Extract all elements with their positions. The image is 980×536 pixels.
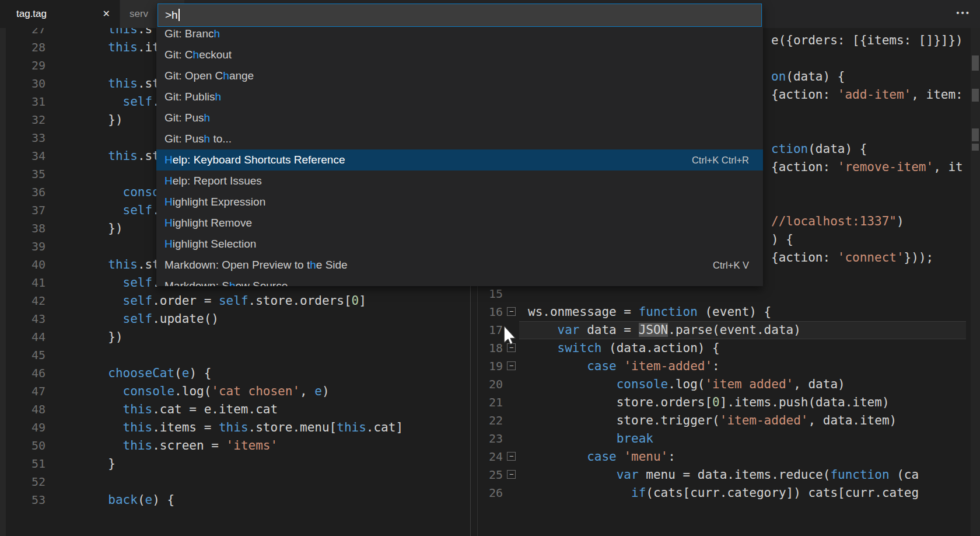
palette-item[interactable]: Git: Publish bbox=[156, 86, 763, 107]
code-token: 'remove-item' bbox=[838, 160, 933, 174]
match-highlight: H bbox=[164, 175, 173, 187]
fold-icon[interactable]: − bbox=[507, 361, 516, 370]
tab-tag-tag[interactable]: tag.tag ✕ bbox=[0, 0, 120, 28]
code-line: self. bbox=[93, 274, 160, 292]
code-token: this bbox=[123, 402, 153, 416]
palette-item[interactable]: Markdown: Show Source bbox=[156, 276, 763, 286]
code-token: , bbox=[300, 384, 314, 398]
tab-label: serv bbox=[130, 8, 148, 19]
code-token: break bbox=[617, 431, 653, 445]
code-token: this bbox=[108, 76, 138, 91]
indent bbox=[93, 330, 108, 344]
palette-item-label: Highlight Remove bbox=[164, 217, 252, 229]
code-token: } bbox=[108, 457, 116, 471]
match-highlight: h bbox=[214, 27, 220, 40]
code-line: store.orders[0].items.push(data.item) bbox=[528, 394, 890, 412]
line-number: 28 bbox=[0, 39, 46, 57]
code-token: .cat] bbox=[366, 420, 403, 434]
palette-item-label: Git: Open Change bbox=[164, 69, 254, 82]
match-highlight: h bbox=[204, 112, 211, 124]
match-highlight: h bbox=[229, 280, 236, 286]
code-token: , data) bbox=[793, 377, 845, 391]
code-line: console.log('item added', data) bbox=[528, 375, 845, 394]
indent bbox=[93, 294, 123, 308]
code-token: : bbox=[712, 359, 720, 373]
more-actions-button[interactable]: ••• bbox=[953, 0, 974, 28]
indent bbox=[528, 341, 558, 355]
indent bbox=[93, 257, 108, 272]
code-token: (ca bbox=[890, 468, 919, 482]
line-number: 21 bbox=[467, 394, 503, 412]
indent bbox=[93, 76, 108, 91]
code-token: switch bbox=[558, 341, 602, 355]
indent bbox=[93, 457, 108, 471]
code-token: 'item added' bbox=[705, 377, 793, 391]
code-token: ( bbox=[174, 366, 182, 380]
line-number: 37 bbox=[0, 201, 46, 220]
code-fragment: ction(data) { bbox=[771, 140, 867, 158]
palette-item[interactable]: Markdown: Open Preview to the SideCtrl+K… bbox=[156, 255, 763, 276]
palette-item[interactable]: Git: Push to... bbox=[156, 128, 763, 149]
indent bbox=[528, 450, 587, 464]
code-token: : bbox=[668, 450, 676, 464]
code-token: , data.item) bbox=[808, 413, 897, 427]
code-token bbox=[617, 450, 624, 464]
command-input[interactable]: >h bbox=[158, 4, 762, 27]
code-line: this.items = this.store.menu[this.cat] bbox=[93, 419, 403, 437]
close-icon[interactable]: ✕ bbox=[103, 0, 110, 28]
code-token: ] bbox=[359, 294, 366, 308]
fold-icon[interactable]: − bbox=[507, 470, 516, 479]
code-line: console.log('cat chosen', e) bbox=[93, 382, 330, 401]
code-fragment: on(data) { bbox=[771, 68, 845, 86]
code-token: this bbox=[123, 438, 153, 453]
code-token: .items = bbox=[152, 420, 219, 434]
line-number: 33 bbox=[0, 129, 46, 147]
indent bbox=[93, 221, 108, 235]
scrollbar-decorations[interactable] bbox=[971, 28, 980, 536]
code-token: (data.action) { bbox=[601, 341, 719, 355]
palette-item-label: Highlight Expression bbox=[164, 196, 265, 208]
palette-item-label: Markdown: Open Preview to the Side bbox=[164, 259, 348, 271]
code-token: self bbox=[123, 294, 153, 308]
line-number: 17 bbox=[467, 321, 503, 339]
line-number: 39 bbox=[0, 238, 46, 256]
code-line: this.cat = e.item.cat bbox=[93, 401, 278, 419]
code-token: console bbox=[123, 384, 175, 398]
code-token: (data) { bbox=[786, 69, 845, 83]
indent bbox=[93, 185, 123, 199]
palette-item[interactable]: Git: Checkout bbox=[156, 44, 763, 65]
code-token: function bbox=[830, 468, 889, 482]
palette-item[interactable]: Help: Keyboard Shortcuts ReferenceCtrl+K… bbox=[156, 149, 763, 170]
match-highlight: H bbox=[164, 154, 173, 166]
indent bbox=[528, 323, 558, 337]
code-token: .parse(event.data) bbox=[668, 323, 801, 337]
code-token: ) bbox=[322, 384, 330, 398]
palette-item[interactable]: Highlight Expression bbox=[156, 192, 763, 213]
code-token: case bbox=[587, 450, 617, 464]
code-token: ) { bbox=[189, 366, 211, 380]
line-number: 40 bbox=[0, 256, 46, 274]
code-fragment: //localhost:1337") bbox=[771, 213, 904, 231]
line-number: 48 bbox=[0, 401, 46, 419]
palette-item[interactable]: Help: Report Issues bbox=[156, 170, 763, 192]
code-token: }) bbox=[108, 221, 123, 235]
code-token: store.orders[ bbox=[617, 395, 712, 409]
line-number: 35 bbox=[0, 165, 46, 183]
palette-item[interactable]: Git: Open Change bbox=[156, 65, 763, 86]
palette-item[interactable]: Highlight Remove bbox=[156, 213, 763, 234]
code-token: {action: bbox=[771, 160, 838, 174]
code-fragment: e({orders: [{items: []}]}) bbox=[771, 32, 963, 50]
fold-icon[interactable]: − bbox=[507, 452, 516, 461]
indent bbox=[93, 438, 123, 453]
code-token: ) { bbox=[152, 493, 174, 507]
code-line: this.screen = 'items' bbox=[93, 437, 278, 455]
code-line: break bbox=[528, 430, 653, 448]
palette-item[interactable]: Git: Branch bbox=[156, 27, 763, 44]
palette-item[interactable]: Git: Push bbox=[156, 107, 763, 128]
line-number: 29 bbox=[0, 57, 46, 75]
fold-icon[interactable]: − bbox=[507, 307, 516, 316]
code-token: data = bbox=[580, 323, 639, 337]
palette-item[interactable]: Highlight Selection bbox=[156, 234, 763, 255]
code-token: self bbox=[123, 203, 153, 217]
command-list: Git: BranchGit: CheckoutGit: Open Change… bbox=[156, 27, 763, 286]
